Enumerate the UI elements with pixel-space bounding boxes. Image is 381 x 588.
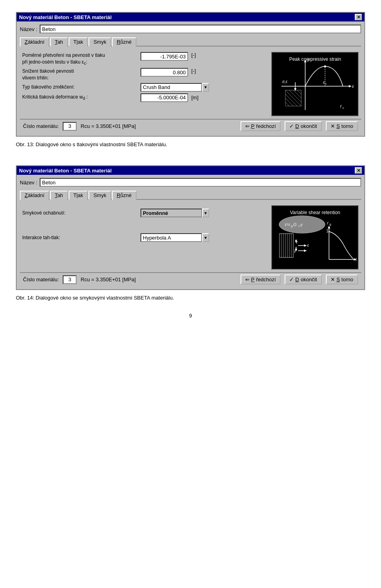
field2-label: Snížení tlakové pevnosti vlivem trhlin: bbox=[22, 68, 137, 81]
field2-label-line2: vlivem trhlin: bbox=[22, 75, 137, 81]
field-row-1: Poměrné přetvoření na pevnosti v tlaku p… bbox=[22, 52, 267, 66]
svg-text:1: 1 bbox=[326, 229, 329, 233]
dialog2-cislo-input[interactable] bbox=[63, 275, 77, 284]
field4-label: Kritická tlaková deformace wd : bbox=[22, 94, 137, 101]
dialog1-tabbar: Základní Tah Tlak Smyk Různé bbox=[20, 37, 361, 46]
svg-point-21 bbox=[324, 66, 326, 68]
smyk-field2-dropdown-btn[interactable]: ▼ bbox=[202, 233, 209, 242]
tab-tah-2[interactable]: Tah bbox=[50, 191, 68, 200]
dialog1-cislo-input[interactable] bbox=[63, 122, 77, 131]
smyk-field2-label: Interakce tah-tlak: bbox=[22, 234, 137, 241]
dialog2-prev-button[interactable]: ⇐ Předchozí bbox=[241, 275, 281, 284]
svg-line-17 bbox=[285, 102, 289, 106]
field1-label: Poměrné přetvoření na pevnosti v tlaku p… bbox=[22, 52, 137, 66]
page-number: 9 bbox=[8, 313, 373, 319]
dialog2-left-panel: Smykové ochabnutí: ▼ Interakce tah-tlak:… bbox=[22, 205, 267, 270]
smyk-field2-dropdown-container: ▼ bbox=[140, 233, 209, 242]
field4-unit: [m] bbox=[191, 95, 203, 101]
svg-marker-49 bbox=[304, 244, 307, 247]
field-row-3: Typ tlakového změkčení: ▼ bbox=[22, 83, 267, 92]
svg-text:Variable shear retention: Variable shear retention bbox=[290, 210, 341, 215]
dialog1-statusbar: Číslo materiálu: Rcu = 3.350E+01 [MPa] ⇐… bbox=[20, 119, 361, 133]
smyk-field1-dropdown-btn[interactable]: ▼ bbox=[202, 209, 209, 217]
field3-label: Typ tlakového změkčení: bbox=[22, 84, 137, 91]
dialog1-name-row: Název : bbox=[20, 25, 361, 33]
svg-text:c: c bbox=[343, 106, 344, 110]
dialog1-finish-button[interactable]: ✓ Dokončit bbox=[285, 121, 322, 131]
dialog1-left-panel: Poměrné přetvoření na pevnosti v tlaku p… bbox=[22, 52, 267, 116]
field2-input[interactable] bbox=[140, 68, 188, 77]
svg-line-16 bbox=[285, 98, 293, 106]
dialog2: Nový materiál Beton - SBETA materiál ✕ N… bbox=[16, 165, 365, 290]
field3-dropdown-container: ▼ bbox=[140, 83, 209, 92]
field-row-2: Snížení tlakové pevnosti vlivem trhlin: … bbox=[22, 68, 267, 81]
field1-input[interactable] bbox=[140, 52, 188, 61]
field3-dropdown-input[interactable] bbox=[140, 83, 202, 92]
tab-ruzne-1[interactable]: Různé bbox=[112, 37, 137, 46]
tab-tah-1[interactable]: Tah bbox=[50, 37, 68, 46]
smyk-field-row-1: Smykové ochabnutí: ▼ bbox=[22, 209, 267, 217]
dialog2-close-button[interactable]: ✕ bbox=[355, 167, 362, 174]
svg-text:g: g bbox=[291, 224, 292, 228]
smyk-field1-label: Smykové ochabnutí: bbox=[22, 210, 137, 217]
smyk-field2-dropdown-input[interactable] bbox=[140, 233, 202, 242]
dialog2-cancel-button[interactable]: ✕ Storno bbox=[326, 275, 358, 284]
tab-zakladni-2[interactable]: Základní bbox=[20, 191, 49, 200]
dialog1-chart-panel: Peak compressive strain σ ε bbox=[271, 52, 359, 116]
dialog1-chart: Peak compressive strain σ ε bbox=[273, 54, 357, 114]
svg-text:τ=r: τ=r bbox=[285, 222, 291, 227]
caption2: Obr. 14: Dialogové okno se smykovými vla… bbox=[16, 295, 365, 301]
svg-marker-3 bbox=[349, 85, 352, 87]
dialog2-title: Nový materiál Beton - SBETA materiál bbox=[19, 168, 112, 174]
dialog2-chart: Variable shear retention τ=r g G c γ r g bbox=[273, 208, 357, 267]
dialog2-statusbar: Číslo materiálu: Rcu = 3.350E+01 [MPa] ⇐… bbox=[20, 272, 361, 286]
dialog2-name-label: Název : bbox=[20, 180, 37, 186]
svg-line-20 bbox=[297, 90, 301, 94]
svg-marker-23 bbox=[294, 88, 296, 91]
svg-line-19 bbox=[293, 90, 301, 98]
tab-tlak-2[interactable]: Tlak bbox=[69, 191, 88, 200]
dialog1-cislo-label: Číslo materiálu: bbox=[23, 123, 59, 129]
dialog2-name-input[interactable] bbox=[40, 178, 361, 187]
tab-tlak-1[interactable]: Tlak bbox=[69, 37, 88, 46]
svg-marker-52 bbox=[304, 250, 307, 252]
dialog1-name-label: Název : bbox=[20, 26, 37, 32]
dialog2-cislo-label: Číslo materiálu: bbox=[23, 277, 59, 282]
dialog1-close-button[interactable]: ✕ bbox=[355, 14, 362, 20]
field3-dropdown-btn[interactable]: ▼ bbox=[202, 83, 209, 92]
svg-text:c: c bbox=[298, 224, 300, 228]
svg-text:c: c bbox=[325, 82, 327, 85]
field4-input[interactable] bbox=[140, 93, 188, 102]
tab-ruzne-2[interactable]: Různé bbox=[112, 191, 137, 200]
smyk-field1-dropdown-container: ▼ bbox=[140, 209, 209, 217]
dialog2-finish-button[interactable]: ✓ Dokončit bbox=[285, 275, 322, 284]
field1-unit: [-] bbox=[191, 52, 203, 58]
tab-smyk-2[interactable]: Smyk bbox=[89, 191, 111, 200]
dialog2-titlebar: Nový materiál Beton - SBETA materiál ✕ bbox=[17, 166, 364, 175]
field1-label-line2: při jedno-osém testu v tlaku εc: bbox=[22, 59, 137, 66]
tab-zakladni-1[interactable]: Základní bbox=[20, 37, 49, 46]
field2-unit: [-] bbox=[191, 68, 203, 74]
smyk-field1-dropdown-input[interactable] bbox=[140, 209, 202, 217]
dialog1: Nový materiál Beton - SBETA materiál ✕ N… bbox=[16, 12, 365, 137]
dialog1-name-input[interactable] bbox=[40, 25, 361, 33]
dialog1-title: Nový materiál Beton - SBETA materiál bbox=[19, 14, 112, 20]
caption1-text: Obr. 13: Dialogové okno s tlakovými vlas… bbox=[16, 141, 167, 147]
svg-text:σ,ε: σ,ε bbox=[282, 79, 288, 84]
svg-text:Peak compressive strain: Peak compressive strain bbox=[289, 56, 341, 62]
dialog2-chart-panel: Variable shear retention τ=r g G c γ r g bbox=[271, 205, 359, 270]
svg-text:σ: σ bbox=[307, 58, 310, 62]
svg-line-18 bbox=[289, 90, 301, 102]
svg-text:ε: ε bbox=[307, 243, 309, 248]
svg-text:G: G bbox=[293, 222, 297, 227]
svg-text:r: r bbox=[327, 220, 329, 225]
dialog2-rcu-text: Rcu = 3.350E+01 [MPa] bbox=[81, 277, 236, 282]
dialog1-cancel-button[interactable]: ✕ Storno bbox=[326, 121, 358, 131]
svg-marker-36 bbox=[328, 226, 330, 228]
tab-smyk-1[interactable]: Smyk bbox=[89, 37, 111, 46]
dialog1-prev-button[interactable]: ⇐ Předchozí bbox=[241, 121, 281, 131]
dialog2-name-row: Název : bbox=[20, 178, 361, 187]
dialog1-titlebar: Nový materiál Beton - SBETA materiál ✕ bbox=[17, 13, 364, 21]
svg-line-15 bbox=[285, 94, 297, 106]
svg-text:ε: ε bbox=[355, 257, 357, 261]
